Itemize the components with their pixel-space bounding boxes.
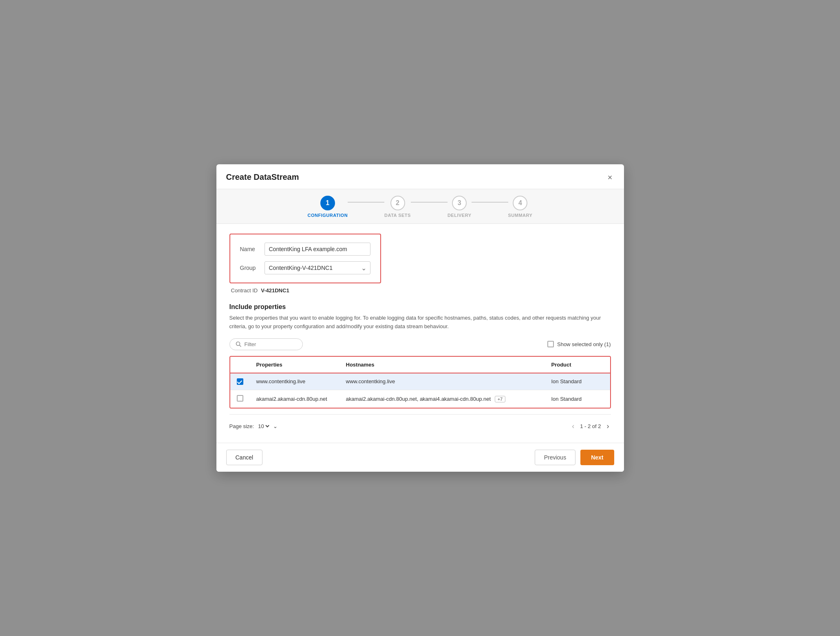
step-3: 3 DELIVERY [448,196,472,218]
contract-id-label: Contract ID [231,287,258,294]
row-1-checkbox[interactable] [237,378,243,385]
page-size-label: Page size: [229,423,254,429]
connector-1-2 [348,202,384,203]
modal: Create DataStream × 1 CONFIGURATION 2 DA… [216,164,624,472]
modal-body: Name Group ContentKing-V-421DNC1 ⌄ Contr… [216,224,624,443]
properties-section-desc: Select the properties that you want to e… [229,314,611,331]
close-button[interactable]: × [606,172,614,183]
row-2-hostname-text: akamai2.akamai-cdn.80up.net, akamai4.aka… [346,396,491,402]
group-row: Group ContentKing-V-421DNC1 ⌄ [240,261,370,274]
connector-3-4 [472,202,508,203]
group-select[interactable]: ContentKing-V-421DNC1 [265,261,370,274]
footer-right: Previous Next [535,450,614,465]
modal-footer: Cancel Previous Next [216,443,624,472]
modal-title: Create DataStream [226,172,299,182]
name-label: Name [240,246,265,252]
row-2-hostname: akamai2.akamai-cdn.80up.net, akamai4.aka… [340,390,545,408]
cancel-button[interactable]: Cancel [226,450,263,465]
row-1-property: www.contentking.live [250,373,340,391]
show-selected-label: Show selected only (1) [557,341,611,347]
table-row: www.contentking.live www.contentking.liv… [230,373,610,391]
table-header-row: Properties Hostnames Product [230,357,610,373]
step-4: 4 SUMMARY [508,196,533,218]
col-header-check [230,357,250,373]
col-header-hostnames: Hostnames [340,357,545,373]
row-1-checkbox-cell [230,373,250,391]
row-2-hostname-badge: +7 [495,396,506,402]
filter-input-wrapper[interactable] [229,338,303,350]
group-select-wrapper: ContentKing-V-421DNC1 ⌄ [265,261,370,274]
modal-header: Create DataStream × [216,164,624,189]
next-page-button[interactable]: › [605,421,611,431]
col-header-properties: Properties [250,357,340,373]
page-info-section: ‹ 1 - 2 of 2 › [570,421,611,431]
page-size-select[interactable]: 10 25 50 [256,423,271,430]
step-1-circle: 1 [320,196,335,210]
contract-id-value: V-421DNC1 [261,287,289,294]
properties-section-title: Include properties [229,303,611,311]
step-3-circle: 3 [452,196,467,210]
next-button[interactable]: Next [580,450,614,465]
pagination-row: Page size: 10 25 50 ⌄ ‹ 1 - 2 of 2 › [229,414,611,433]
step-3-label: DELIVERY [448,213,472,218]
prev-page-button[interactable]: ‹ [570,421,576,431]
row-1-hostname: www.contentking.live [340,373,545,391]
step-4-circle: 4 [513,196,527,210]
name-row: Name [240,243,370,256]
stepper-bar: 1 CONFIGURATION 2 DATA SETS 3 DELIVERY [216,189,624,224]
col-header-product: Product [545,357,610,373]
show-selected-checkbox[interactable] [547,341,554,347]
table-row: akamai2.akamai-cdn.80up.net akamai2.akam… [230,390,610,408]
step-2-circle: 2 [390,196,405,210]
filter-row: Show selected only (1) [229,338,611,350]
filter-input[interactable] [245,341,297,347]
page-info-text: 1 - 2 of 2 [580,423,601,429]
search-icon [236,341,241,347]
modal-overlay: Create DataStream × 1 CONFIGURATION 2 DA… [0,0,840,636]
form-section: Name Group ContentKing-V-421DNC1 ⌄ [229,234,381,283]
row-1-product: Ion Standard [545,373,610,391]
properties-table: Properties Hostnames Product www.content… [229,356,611,409]
step-1-label: CONFIGURATION [308,213,348,218]
step-4-label: SUMMARY [508,213,533,218]
group-label: Group [240,265,265,271]
row-2-checkbox[interactable] [237,395,243,402]
previous-button[interactable]: Previous [535,450,575,465]
step-1: 1 CONFIGURATION [308,196,348,218]
connector-2-3 [411,202,448,203]
row-2-product: Ion Standard [545,390,610,408]
stepper: 1 CONFIGURATION 2 DATA SETS 3 DELIVERY [308,196,533,218]
name-input[interactable] [265,243,370,256]
show-selected-row: Show selected only (1) [547,341,611,347]
row-2-property: akamai2.akamai-cdn.80up.net [250,390,340,408]
step-2: 2 DATA SETS [384,196,411,218]
step-2-label: DATA SETS [384,213,411,218]
page-size-chevron-icon: ⌄ [273,423,278,429]
row-2-checkbox-cell [230,390,250,408]
page-size-section: Page size: 10 25 50 ⌄ [229,423,278,430]
contract-id-row: Contract ID V-421DNC1 [229,287,611,294]
svg-line-1 [239,345,241,347]
